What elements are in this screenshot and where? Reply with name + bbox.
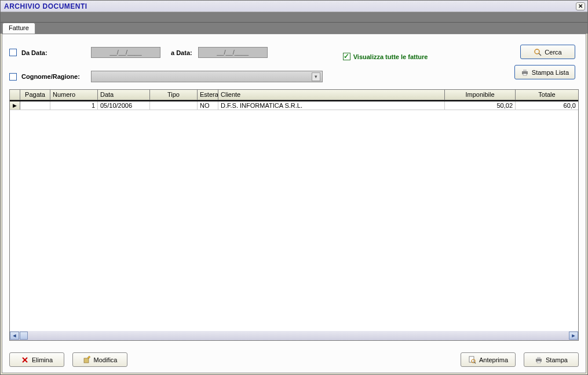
svg-rect-7 xyxy=(84,358,89,363)
cerca-label: Cerca xyxy=(545,49,561,56)
col-totale[interactable]: Totale xyxy=(516,90,578,100)
svg-point-0 xyxy=(535,49,539,54)
checkbox-cognome[interactable] xyxy=(9,73,17,81)
modifica-button[interactable]: Modifica xyxy=(72,352,127,367)
col-indicator xyxy=(10,90,20,100)
title-bar: ARCHIVIO DOCUMENTI ✕ xyxy=(1,1,587,12)
preview-icon xyxy=(468,356,476,364)
col-numero[interactable]: Numero xyxy=(50,90,98,100)
cell-data: 05/10/2006 xyxy=(98,101,150,110)
page-content: Da Data: __/__/____ a Data: __/__/____ V… xyxy=(2,34,586,373)
col-imponibile[interactable]: Imponibile xyxy=(445,90,516,100)
toolbar-spacer xyxy=(1,12,587,23)
visualizza-tutte-group: Visualizza tutte le fatture xyxy=(343,53,428,60)
horizontal-scrollbar[interactable]: ◄ ► xyxy=(10,331,578,340)
cell-estera: NO xyxy=(198,101,218,110)
col-pagata[interactable]: Pagata xyxy=(20,90,50,100)
stampa-lista-button[interactable]: Stampa Lista xyxy=(514,65,575,79)
label-cognome: Cognome/Ragione: xyxy=(21,73,91,80)
checkbox-da-data[interactable] xyxy=(9,49,17,56)
input-da-data[interactable]: __/__/____ xyxy=(91,47,160,58)
stampa-button[interactable]: Stampa xyxy=(524,352,579,367)
row-indicator-icon: ▶ xyxy=(10,101,20,110)
col-data[interactable]: Data xyxy=(98,90,150,100)
combo-cognome[interactable]: ▾ xyxy=(91,71,323,82)
col-tipo[interactable]: Tipo xyxy=(150,90,198,100)
cerca-button[interactable]: Cerca xyxy=(520,45,575,59)
input-a-data[interactable]: __/__/____ xyxy=(198,47,268,58)
delete-icon xyxy=(21,356,29,364)
search-icon xyxy=(534,48,542,56)
svg-rect-13 xyxy=(537,361,540,363)
label-visualizza-tutte: Visualizza tutte le fatture xyxy=(353,53,428,60)
svg-line-1 xyxy=(539,53,541,56)
row-date-filter: Da Data: __/__/____ a Data: __/__/____ V… xyxy=(9,45,469,60)
cell-numero: 1 xyxy=(50,101,98,110)
svg-line-10 xyxy=(474,362,476,363)
close-button[interactable]: ✕ xyxy=(576,2,585,10)
scroll-thumb[interactable] xyxy=(20,332,28,340)
anteprima-label: Anteprima xyxy=(479,356,508,363)
scroll-left-button[interactable]: ◄ xyxy=(10,332,19,340)
tab-fatture[interactable]: Fatture xyxy=(2,23,35,34)
table-row[interactable]: ▶ 1 05/10/2006 NO D.F.S. INFORMATICA S.R… xyxy=(10,100,578,110)
footer-buttons: Elimina Modifica Anteprima xyxy=(9,352,579,367)
cell-tipo xyxy=(150,101,198,110)
printer-icon xyxy=(535,356,543,364)
stampa-label: Stampa xyxy=(546,356,568,363)
scroll-right-button[interactable]: ► xyxy=(569,332,578,340)
svg-rect-4 xyxy=(523,74,527,75)
grid-header: Pagata Numero Data Tipo Estera Cliente I… xyxy=(10,90,578,100)
edit-icon xyxy=(83,356,91,364)
grid-body: ▶ 1 05/10/2006 NO D.F.S. INFORMATICA S.R… xyxy=(10,100,578,331)
filter-area: Da Data: __/__/____ a Data: __/__/____ V… xyxy=(9,45,579,82)
window: ARCHIVIO DOCUMENTI ✕ Fatture Da Data: __… xyxy=(0,0,588,375)
label-da-data: Da Data: xyxy=(21,49,91,56)
elimina-button[interactable]: Elimina xyxy=(9,352,64,367)
chevron-down-icon: ▾ xyxy=(312,72,320,81)
cell-cliente: D.F.S. INFORMATICA S.R.L. xyxy=(218,101,445,110)
filter-right: Cerca Stampa Lista xyxy=(469,45,579,82)
label-a-data: a Data: xyxy=(171,49,192,56)
printer-icon xyxy=(521,68,529,77)
cell-imponibile: 50,02 xyxy=(445,101,516,110)
filter-left: Da Data: __/__/____ a Data: __/__/____ V… xyxy=(9,45,469,82)
row-cognome-filter: Cognome/Ragione: ▾ xyxy=(9,71,469,82)
data-grid[interactable]: Pagata Numero Data Tipo Estera Cliente I… xyxy=(9,89,579,341)
tab-strip: Fatture xyxy=(1,23,587,34)
col-cliente[interactable]: Cliente xyxy=(218,90,445,100)
cell-pagata xyxy=(20,101,50,110)
svg-rect-3 xyxy=(523,70,527,71)
anteprima-button[interactable]: Anteprima xyxy=(461,352,516,367)
stampa-lista-label: Stampa Lista xyxy=(532,69,569,76)
cell-totale: 60,0 xyxy=(516,101,578,110)
col-estera[interactable]: Estera xyxy=(198,90,218,100)
svg-rect-12 xyxy=(537,357,540,359)
window-title: ARCHIVIO DOCUMENTI xyxy=(4,2,87,10)
checkbox-visualizza-tutte[interactable] xyxy=(343,53,350,60)
modifica-label: Modifica xyxy=(94,356,118,363)
elimina-label: Elimina xyxy=(32,356,53,363)
